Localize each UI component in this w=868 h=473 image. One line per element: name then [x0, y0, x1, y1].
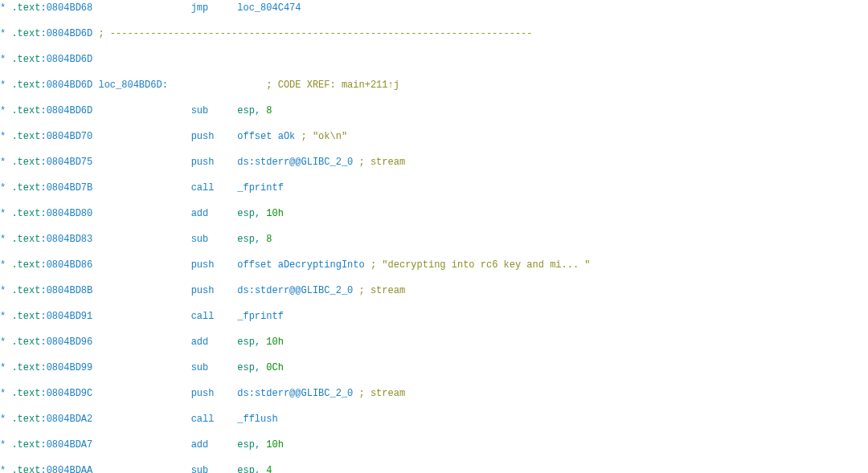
mnemonic: sub [191, 362, 238, 373]
segment-name: .text [11, 311, 40, 322]
segment-name: .text [11, 388, 40, 399]
line-exec-marker: * [0, 362, 6, 373]
line-exec-marker: * [0, 311, 6, 322]
line-exec-marker: * [0, 28, 6, 39]
disasm-line[interactable]: * .text:0804BD6D loc_804BD6D: ; CODE XRE… [0, 79, 868, 92]
line-exec-marker: * [0, 80, 6, 91]
disassembly-listing[interactable]: * .text:0804BD68 jmp loc_804C474 * .text… [0, 0, 868, 473]
disasm-line[interactable]: * .text:0804BD70 push offset aOk ; "ok\n… [0, 130, 868, 143]
segment-name: .text [11, 182, 40, 194]
mnemonic: add [191, 336, 238, 348]
address: 0804BD75 [47, 157, 93, 168]
comment: ; "decrypting into rc6 key and mi... " [371, 259, 591, 271]
disasm-line[interactable]: * .text:0804BDAA sub esp, 4 [0, 464, 868, 473]
comment: ; stream [359, 157, 406, 168]
address: 0804BD68 [47, 2, 93, 14]
disasm-line[interactable]: * .text:0804BD6D ; ---------------------… [0, 27, 868, 40]
mnemonic: push [191, 388, 238, 399]
segment-name: .text [11, 465, 40, 473]
xref-comment: ; CODE XREF: main+211↑j [266, 80, 399, 91]
address: 0804BD83 [47, 234, 93, 245]
mnemonic: push [191, 259, 238, 271]
address: 0804BD6D [47, 105, 93, 116]
address: 0804BD6D [47, 28, 93, 39]
line-exec-marker: * [0, 388, 6, 399]
disasm-line[interactable]: * .text:0804BDA2 call _fflush [0, 413, 868, 426]
segment-name: .text [11, 105, 40, 116]
disasm-line[interactable]: * .text:0804BD96 add esp, 10h [0, 336, 868, 349]
disasm-line[interactable]: * .text:0804BD99 sub esp, 0Ch [0, 361, 868, 374]
segment-name: .text [11, 439, 40, 451]
segment-name: .text [11, 259, 40, 271]
mnemonic: jmp [191, 2, 238, 14]
disasm-line[interactable]: * .text:0804BD75 push ds:stderr@@GLIBC_2… [0, 156, 868, 169]
line-exec-marker: * [0, 234, 6, 245]
segment-name: .text [11, 414, 40, 425]
disasm-line[interactable]: * .text:0804BD91 call _fprintf [0, 310, 868, 323]
comment: ; "ok\n" [301, 131, 348, 142]
address: 0804BDAA [47, 465, 93, 473]
disasm-line[interactable]: * .text:0804BD8B push ds:stderr@@GLIBC_2… [0, 284, 868, 297]
address: 0804BD6D [47, 54, 93, 65]
comment: ; stream [359, 285, 406, 296]
comment: ; stream [359, 388, 406, 399]
mnemonic: sub [191, 465, 238, 473]
disasm-line[interactable]: * .text:0804BD68 jmp loc_804C474 [0, 2, 868, 14]
line-exec-marker: * [0, 2, 6, 14]
address: 0804BD9C [47, 388, 93, 399]
mnemonic: call [191, 414, 238, 425]
address: 0804BDA7 [47, 439, 93, 451]
segment-name: .text [11, 80, 40, 91]
address: 0804BD70 [47, 131, 93, 142]
line-exec-marker: * [0, 259, 6, 271]
disasm-line[interactable]: * .text:0804BD80 add esp, 10h [0, 207, 868, 220]
line-exec-marker: * [0, 182, 6, 194]
segment-name: .text [11, 157, 40, 168]
segment-name: .text [11, 362, 40, 373]
line-exec-marker: * [0, 465, 6, 473]
mnemonic: add [191, 208, 238, 219]
disasm-line[interactable]: * .text:0804BD6D [0, 53, 868, 66]
line-exec-marker: * [0, 336, 6, 348]
mnemonic: add [191, 439, 238, 451]
address: 0804BD91 [47, 311, 93, 322]
mnemonic: push [191, 285, 238, 296]
mnemonic: call [191, 311, 238, 322]
disasm-line[interactable]: * .text:0804BD83 sub esp, 8 [0, 233, 868, 246]
mnemonic: sub [191, 234, 238, 245]
mnemonic: call [191, 182, 238, 194]
address: 0804BD96 [47, 336, 93, 348]
mnemonic: sub [191, 105, 238, 116]
segment-name: .text [11, 54, 40, 65]
disasm-line[interactable]: * .text:0804BD7B call _fprintf [0, 181, 868, 194]
disasm-line[interactable]: * .text:0804BD86 push offset aDecrypting… [0, 259, 868, 271]
address: 0804BDA2 [47, 414, 93, 425]
disasm-line[interactable]: * .text:0804BD6D sub esp, 8 [0, 104, 868, 117]
line-exec-marker: * [0, 439, 6, 451]
segment-name: .text [11, 285, 40, 296]
segment-name: .text [11, 2, 40, 14]
address: 0804BD86 [47, 259, 93, 271]
disasm-line[interactable]: * .text:0804BD9C push ds:stderr@@GLIBC_2… [0, 387, 868, 400]
line-exec-marker: * [0, 54, 6, 65]
mnemonic: push [191, 131, 238, 142]
address: 0804BD8B [47, 285, 93, 296]
line-exec-marker: * [0, 208, 6, 219]
comment-divider: ; --------------------------------------… [98, 28, 532, 39]
segment-name: .text [11, 208, 40, 219]
code-label: loc_804BD6D: [98, 80, 167, 91]
address: 0804BD7B [47, 182, 93, 194]
address: 0804BD6D [47, 80, 93, 91]
line-exec-marker: * [0, 131, 6, 142]
disasm-line[interactable]: * .text:0804BDA7 add esp, 10h [0, 438, 868, 451]
address: 0804BD80 [47, 208, 93, 219]
line-exec-marker: * [0, 414, 6, 425]
segment-name: .text [11, 131, 40, 142]
line-exec-marker: * [0, 285, 6, 296]
segment-name: .text [11, 336, 40, 348]
mnemonic: push [191, 157, 238, 168]
address: 0804BD99 [47, 362, 93, 373]
line-exec-marker: * [0, 157, 6, 168]
segment-name: .text [11, 234, 40, 245]
segment-name: .text [11, 28, 40, 39]
